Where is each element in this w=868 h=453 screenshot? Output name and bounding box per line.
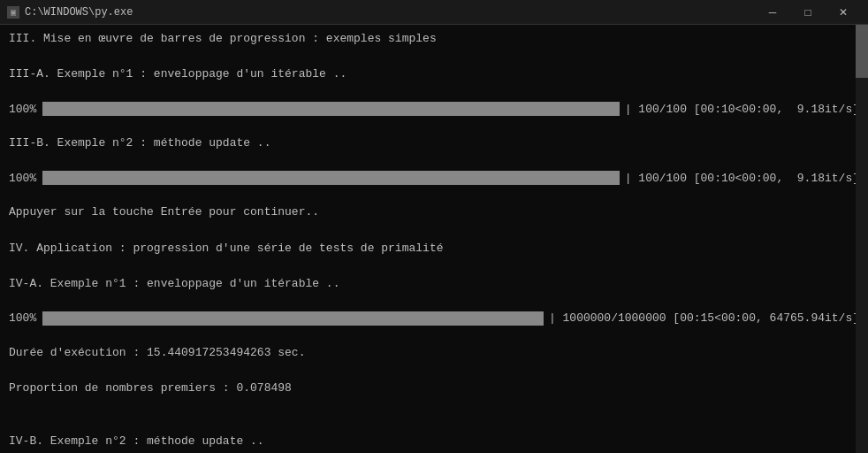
minimize-button[interactable]: ─ <box>755 0 790 25</box>
progress-bar-fill <box>42 102 620 116</box>
console-empty-line <box>9 48 859 65</box>
console-empty-line <box>9 117 859 134</box>
console-line: Proportion de nombres premiers : 0.07849… <box>9 380 859 397</box>
progress-info: | 100/100 [00:10<00:00, 9.18it/s] <box>625 103 859 116</box>
progress-bar-container <box>42 171 620 185</box>
title-bar: ▣ C:\WINDOWS\py.exe ─ □ ✕ <box>0 0 868 25</box>
console-line: III. Mise en œuvre de barres de progress… <box>9 30 859 48</box>
title-bar-left: ▣ C:\WINDOWS\py.exe <box>7 6 133 19</box>
progress-row: 100%| 100/100 [00:10<00:00, 9.18it/s] <box>9 102 859 116</box>
scrollbar[interactable] <box>856 25 868 453</box>
progress-bar-fill <box>42 311 544 326</box>
console: III. Mise en œuvre de barres de progress… <box>0 25 868 453</box>
terminal-icon: ▣ <box>7 6 19 19</box>
console-empty-line <box>9 257 859 275</box>
progress-info: | 1000000/1000000 [00:15<00:00, 64765.94… <box>549 311 859 325</box>
console-line: IV-B. Exemple n°2 : méthode update .. <box>9 433 859 450</box>
console-line: IV. Application : progression d'une séri… <box>9 240 859 257</box>
progress-row: 100%| 100/100 [00:10<00:00, 9.18it/s] <box>9 171 859 185</box>
console-line: Appuyer sur la touche Entrée pour contin… <box>9 203 859 221</box>
progress-row: 100%| 1000000/1000000 [00:15<00:00, 6476… <box>9 311 859 326</box>
console-line: Durée d'exécution : 15.440917253494263 s… <box>9 344 859 362</box>
console-line: III-B. Exemple n°2 : méthode update .. <box>9 134 859 152</box>
maximize-button[interactable]: □ <box>790 0 826 25</box>
console-empty-line <box>9 152 859 170</box>
console-line: III-A. Exemple n°1 : enveloppage d'un it… <box>9 65 859 83</box>
progress-percent: 100% <box>9 172 42 185</box>
console-empty-line <box>9 397 859 415</box>
console-empty-line <box>9 326 859 344</box>
console-content: III. Mise en œuvre de barres de progress… <box>9 30 859 453</box>
title-bar-title: C:\WINDOWS\py.exe <box>25 6 133 19</box>
progress-percent: 100% <box>9 311 42 325</box>
progress-bar-container <box>42 102 620 116</box>
console-empty-line <box>9 362 859 380</box>
console-empty-line <box>9 293 859 311</box>
title-bar-controls: ─ □ ✕ <box>755 0 861 25</box>
progress-percent: 100% <box>9 103 42 116</box>
progress-bar-container <box>42 311 544 326</box>
console-empty-line <box>9 415 859 433</box>
console-empty-line <box>9 83 859 101</box>
scrollbar-thumb[interactable] <box>856 25 868 78</box>
console-empty-line <box>9 222 859 240</box>
progress-info: | 100/100 [00:10<00:00, 9.18it/s] <box>625 172 859 185</box>
console-empty-line <box>9 186 859 203</box>
progress-bar-fill <box>42 171 620 185</box>
console-line: IV-A. Exemple n°1 : enveloppage d'un ité… <box>9 275 859 293</box>
close-button[interactable]: ✕ <box>826 0 861 25</box>
